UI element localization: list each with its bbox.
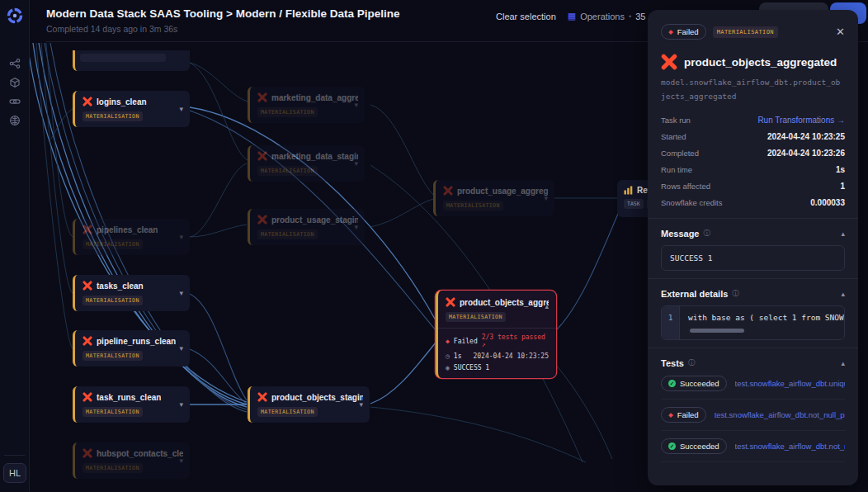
graph-node-logins-clean[interactable]: logins_clean MATERIALISATION ▾ [73, 91, 190, 127]
message-section-header: Message ⓘ ▴ [661, 229, 845, 239]
chevron-down-icon[interactable]: ▾ [179, 289, 183, 297]
detail-value: 2024-04-24 10:23:25 [767, 132, 845, 141]
graph-node-product-objects-aggregated-selected[interactable]: product_objects_aggregated ▴ MATERIALISA… [436, 291, 556, 378]
collapse-icon[interactable]: ▴ [841, 290, 845, 298]
chevron-down-icon[interactable]: ▾ [359, 400, 363, 409]
graph-node-marketing-data-aggregated[interactable]: marketing_data_aggregated MATERIALISATIO… [248, 87, 365, 123]
link-icon[interactable] [9, 96, 21, 107]
chevron-down-icon[interactable]: ▾ [544, 194, 548, 202]
graph-node-product-usage-aggregated[interactable]: product_usage_aggregated MATERIALISATION… [433, 180, 554, 216]
test-link[interactable]: test.snowflake_airflow_dbt.unique_pro [735, 379, 845, 388]
node-badge: MATERIALISATION [83, 351, 143, 361]
graph-node-partial[interactable] [73, 50, 190, 71]
info-icon[interactable]: ⓘ [732, 289, 739, 299]
dbt-icon [443, 186, 453, 196]
chevron-down-icon[interactable]: ▾ [179, 344, 183, 352]
dbt-icon [446, 297, 455, 307]
node-label: marketing_data_staging [271, 152, 358, 161]
info-icon[interactable]: ⓘ [688, 358, 696, 368]
test-row: ✓ Succeeded test.snowflake_airflow_dbt.u… [661, 368, 845, 400]
dot-separator: • [629, 12, 631, 21]
user-avatar[interactable]: HL [3, 463, 26, 483]
details-list: Task run Run Transformations → Started 2… [661, 111, 845, 211]
code-viewer: 1 with base as ( select 1 from SNOWFLAKE [661, 305, 845, 340]
close-icon[interactable]: ✕ [836, 26, 845, 38]
info-icon[interactable]: ⓘ [703, 229, 710, 239]
graph-node-product-usage-staging[interactable]: product_usage_staging MATERIALISATION ▾ [248, 209, 365, 245]
node-runtime: 1s [454, 352, 462, 360]
dbt-icon [257, 92, 267, 102]
test-status-badge: ◆ Failed [661, 407, 706, 423]
detail-value: 0.000033 [810, 198, 845, 207]
status-label: Failed [677, 27, 699, 36]
node-badge: MATERIALISATION [83, 296, 143, 305]
node-timestamp: 2024-04-24 10:23:25 [473, 352, 549, 360]
graph-node-marketing-data-staging[interactable]: marketing_data_staging MATERIALISATION ▾ [248, 145, 365, 182]
check-circle-icon: ✓ [668, 380, 676, 387]
panel-divider [648, 218, 858, 219]
node-label: product_objects_staging [271, 393, 363, 402]
dbt-icon [83, 97, 92, 106]
node-badge: MATERIALISATION [83, 407, 143, 417]
operations-metric[interactable]: ▦ Operations • 35 [568, 11, 646, 21]
clear-selection-button[interactable]: Clear selection [496, 12, 556, 21]
horizontal-scrollbar[interactable] [690, 329, 744, 333]
graph-node-product-objects-staging[interactable]: product_objects_staging MATERIALISATION … [248, 386, 370, 423]
code-line: with base as ( select 1 from SNOWFLAKE [688, 313, 844, 322]
node-message: SUCCESS 1 [454, 364, 489, 371]
test-status-badge: ✓ Succeeded [661, 376, 727, 391]
clock-icon: ◷ [446, 352, 450, 360]
test-link[interactable]: test.snowflake_airflow_dbt.not_null_pr [735, 442, 845, 451]
graph-node-tasks-clean[interactable]: tasks_clean MATERIALISATION ▾ [73, 275, 190, 311]
app-logo-icon[interactable] [6, 7, 24, 25]
section-title: Tests [661, 358, 684, 368]
detail-label: Started [661, 132, 686, 141]
materialisation-badge: MATERIALISATION [713, 26, 778, 38]
test-link[interactable]: test.snowflake_airflow_dbt.not_null_pr [715, 410, 845, 419]
graph-node-pipelines-clean[interactable]: pipelines_clean MATERIALISATION ▾ [73, 219, 190, 255]
tests-section-header: Tests ⓘ ▴ [661, 358, 845, 368]
tests-summary-link[interactable]: 2/3 tests passed ↗ [482, 334, 549, 348]
node-badge-placeholder [80, 54, 166, 62]
page-title: Modern Data Stack SAAS Tooling > Modern … [46, 7, 399, 20]
dbt-icon [257, 151, 267, 161]
dbt-icon [83, 281, 92, 291]
task-run-link[interactable]: Run Transformations → [757, 116, 845, 125]
panel-title: product_objects_aggregated [684, 56, 837, 69]
external-link-icon: ↗ [482, 341, 486, 348]
line-number: 1 [662, 306, 680, 339]
test-row: ◆ Failed test.snowflake_airflow_dbt.not_… [661, 400, 845, 431]
node-label: product_objects_aggregated [460, 298, 549, 307]
collapse-icon[interactable]: ▴ [841, 359, 845, 367]
test-status-label: Succeeded [680, 442, 719, 451]
failed-diamond-icon: ◆ [446, 338, 450, 345]
collapse-icon[interactable]: ▴ [841, 229, 845, 238]
status-circle-icon: ◉ [446, 364, 450, 371]
node-badge: MATERIALISATION [83, 239, 143, 249]
lineage-graph-icon[interactable] [9, 58, 21, 69]
node-badge: MATERIALISATION [83, 463, 143, 473]
node-label: tasks_clean [97, 281, 144, 291]
graph-node-task-runs-clean[interactable]: task_runs_clean MATERIALISATION ▾ [73, 386, 190, 423]
package-cube-icon[interactable] [9, 77, 21, 88]
detail-label: Task run [661, 116, 691, 125]
chevron-down-icon[interactable]: ▾ [354, 101, 358, 109]
chevron-down-icon[interactable]: ▾ [354, 159, 358, 168]
run-status-subtitle: Completed 14 days ago in 3m 36s [46, 24, 177, 34]
graph-node-hubspot-contacts-clean[interactable]: hubspot_contacts_clean MATERIALISATION ▾ [73, 442, 190, 479]
panel-divider [648, 278, 858, 279]
chevron-down-icon[interactable]: ▾ [179, 400, 183, 409]
integrations-globe-icon[interactable] [9, 115, 21, 126]
graph-node-pipeline-runs-clean[interactable]: pipeline_runs_clean MATERIALISATION ▾ [73, 330, 190, 367]
chevron-down-icon[interactable]: ▾ [179, 457, 183, 465]
detail-label: Rows affected [661, 182, 710, 191]
node-badge: MATERIALISATION [257, 166, 318, 176]
external-details-section-header: External details ⓘ ▴ [661, 289, 845, 299]
chevron-down-icon[interactable]: ▾ [354, 223, 358, 231]
node-label: pipeline_runs_clean [97, 337, 176, 346]
chevron-down-icon[interactable]: ▾ [179, 105, 183, 113]
sidebar: HL [0, 0, 30, 492]
chevron-up-icon[interactable]: ▴ [545, 302, 549, 310]
chevron-down-icon[interactable]: ▾ [179, 233, 183, 241]
failed-diamond-icon: ◆ [668, 28, 673, 35]
